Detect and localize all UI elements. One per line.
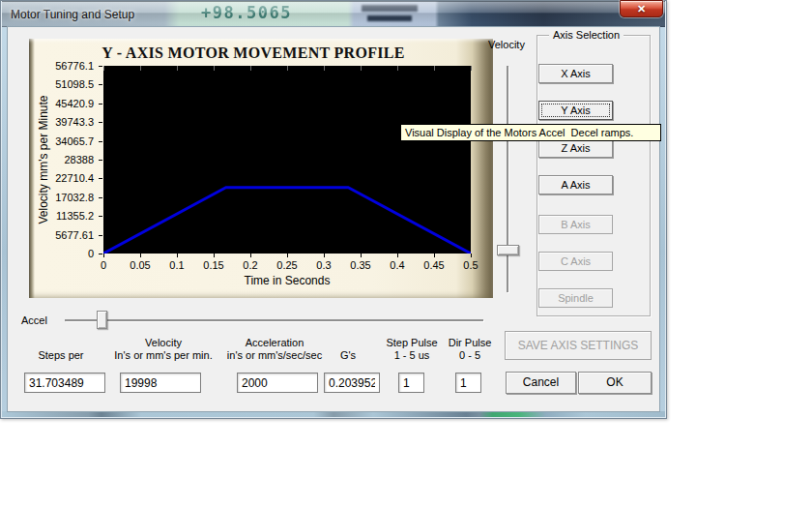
- chart-title: Y - AXIS MOTOR MOVEMENT PROFILE: [29, 45, 478, 62]
- window-frame-bottom: [2, 411, 665, 417]
- x-axis-tick-labels: 00.050.10.150.20.250.30.350.40.450.5: [103, 259, 471, 273]
- x-tick-mark: [287, 254, 288, 257]
- y-tick-label: 56776.1: [55, 60, 94, 72]
- x-tick-mark: [397, 254, 398, 257]
- top-tick-mark: [250, 66, 251, 71]
- y-tick-label: 22710.4: [55, 172, 94, 184]
- x-tick-mark: [434, 254, 435, 257]
- motor-profile-chart: Y - AXIS MOTOR MOVEMENT PROFILE Velocity…: [29, 39, 493, 298]
- axis-button-z-axis[interactable]: Z Axis: [538, 138, 613, 158]
- y-tick-label: 5677.61: [55, 229, 94, 241]
- velocity-profile-line: [103, 66, 471, 254]
- x-tick-label: 0.25: [276, 259, 297, 271]
- y-tick-mark: [99, 254, 102, 254]
- accel-slider-thumb[interactable]: [97, 311, 107, 329]
- velocity-input[interactable]: [120, 373, 201, 393]
- tooltip: Visual Display of the Motors Accel Decel…: [400, 124, 661, 141]
- x-tick-label: 0.3: [316, 259, 331, 271]
- x-tick-label: 0.35: [350, 259, 370, 271]
- top-tick-mark: [361, 66, 362, 71]
- top-tick-mark: [287, 66, 288, 71]
- top-tick-mark: [434, 66, 435, 71]
- x-tick-mark: [471, 254, 472, 257]
- acceleration-input[interactable]: [237, 373, 318, 393]
- gs-input[interactable]: [324, 373, 380, 393]
- axis-button-x-axis[interactable]: X Axis: [538, 64, 613, 83]
- background-artifact: [367, 15, 412, 21]
- y-tick-label: 39743.3: [55, 116, 94, 128]
- x-tick-label: 0.5: [463, 259, 478, 271]
- y-tick-mark: [99, 216, 102, 217]
- y-tick-label: 11355.2: [56, 210, 94, 222]
- y-tick-mark: [99, 122, 102, 123]
- top-tick-mark: [140, 66, 141, 71]
- step-pulse-input[interactable]: [398, 373, 424, 393]
- x-tick-label: 0.15: [203, 259, 223, 271]
- top-tick-mark: [471, 66, 472, 71]
- x-tick-mark: [214, 254, 215, 257]
- title-bar[interactable]: +98.5065 Motor Tuning and Setup: [2, 1, 665, 27]
- x-tick-mark: [177, 254, 178, 257]
- motor-tuning-dialog: +98.5065 Motor Tuning and Setup ✕ Y - AX…: [0, 0, 667, 419]
- y-tick-mark: [99, 84, 102, 85]
- x-tick-mark: [140, 254, 141, 257]
- y-tick-label: 51098.5: [55, 78, 94, 90]
- y-tick-label: 0: [88, 248, 94, 259]
- steps-per-input[interactable]: [24, 373, 105, 393]
- velocity-slider-label: Velocity: [488, 39, 525, 50]
- axis-button-b-axis: B Axis: [538, 215, 613, 234]
- background-artifact: [362, 5, 418, 12]
- x-tick-label: 0.1: [169, 259, 184, 271]
- plot-area: [103, 66, 471, 254]
- y-tick-mark: [99, 141, 102, 142]
- save-axis-settings-button: SAVE AXIS SETTINGS: [505, 331, 652, 360]
- x-tick-label: 0.45: [423, 259, 444, 271]
- y-tick-mark: [99, 160, 102, 161]
- cancel-button[interactable]: Cancel: [506, 372, 576, 394]
- background-dro-readout: +98.5065: [201, 3, 292, 22]
- dir-pulse-input[interactable]: [455, 373, 481, 393]
- y-tick-mark: [99, 66, 102, 67]
- y-axis-tick-labels: 56776.151098.545420.939743.334065.728388…: [29, 66, 99, 254]
- top-tick-mark: [397, 66, 398, 71]
- x-tick-label: 0.2: [243, 259, 257, 271]
- axis-button-y-axis[interactable]: Y Axis: [538, 101, 613, 120]
- y-tick-label: 28388: [64, 154, 94, 165]
- x-tick-mark: [103, 254, 104, 257]
- x-tick-mark: [361, 254, 362, 257]
- velocity-slider-track[interactable]: [507, 66, 508, 292]
- y-tick-label: 17032.8: [55, 192, 94, 203]
- x-tick-label: 0: [101, 259, 106, 271]
- screen: +98.5065 Motor Tuning and Setup ✕ Y - AX…: [0, 0, 812, 508]
- ok-button[interactable]: OK: [578, 372, 652, 394]
- x-tick-label: 0.4: [390, 259, 404, 271]
- close-icon[interactable]: ✕: [620, 0, 663, 17]
- x-tick-label: 0.05: [130, 259, 150, 271]
- accel-slider-label: Accel: [21, 314, 47, 326]
- y-tick-mark: [99, 104, 102, 105]
- x-tick-mark: [250, 254, 251, 257]
- top-tick-mark: [177, 66, 178, 71]
- dialog-client-area: Y - AXIS MOTOR MOVEMENT PROFILE Velocity…: [8, 27, 659, 411]
- y-tick-mark: [99, 235, 102, 236]
- top-tick-mark: [324, 66, 325, 71]
- top-tick-mark: [103, 66, 104, 71]
- y-tick-label: 34065.7: [55, 135, 94, 147]
- window-title: Motor Tuning and Setup: [11, 8, 134, 21]
- x-tick-mark: [324, 254, 325, 257]
- top-tick-mark: [214, 66, 215, 71]
- axis-button-c-axis: C Axis: [538, 252, 613, 271]
- velocity-slider-thumb[interactable]: [497, 245, 519, 255]
- axis-button-a-axis[interactable]: A Axis: [538, 175, 613, 194]
- y-tick-mark: [99, 178, 102, 179]
- x-axis-title: Time in Seconds: [103, 274, 471, 287]
- y-tick-label: 45420.9: [55, 98, 94, 109]
- axis-button-spindle: Spindle: [538, 288, 613, 308]
- axis-selection-title: Axis Selection: [549, 29, 624, 41]
- accel-slider-track[interactable]: [65, 319, 483, 321]
- y-tick-mark: [99, 197, 102, 198]
